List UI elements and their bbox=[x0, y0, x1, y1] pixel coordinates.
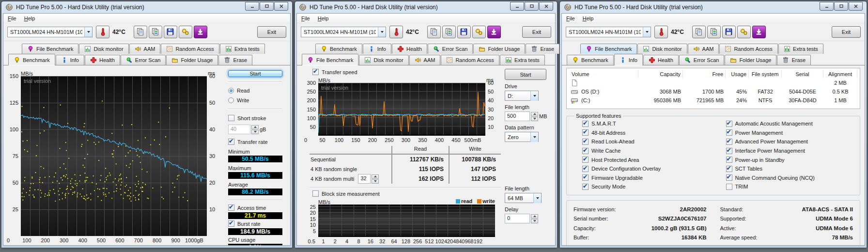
read-radio[interactable]: Read bbox=[228, 88, 282, 94]
tab[interactable]: Extra tests bbox=[220, 44, 265, 54]
menu-file[interactable]: File bbox=[301, 16, 310, 21]
titlebar[interactable]: HD Tune Pro 5.00 - Hard Disk Utility (tr… bbox=[561, 1, 865, 13]
spin-down[interactable] bbox=[251, 130, 259, 134]
feature-checkbox[interactable]: Device Configuration Overlay bbox=[572, 164, 712, 173]
copy-image-button[interactable] bbox=[149, 26, 162, 38]
short-stroke-stepper[interactable]: 40 gB bbox=[228, 125, 282, 134]
tab[interactable]: Info bbox=[614, 54, 643, 65]
feature-checkbox[interactable]: Security Mode bbox=[572, 182, 712, 191]
save-button[interactable] bbox=[722, 26, 736, 38]
tab[interactable]: Health bbox=[392, 44, 427, 54]
minimize-button[interactable] bbox=[510, 2, 524, 11]
spin-up[interactable] bbox=[531, 214, 538, 219]
start-button[interactable]: Start bbox=[228, 70, 282, 77]
spin-up[interactable] bbox=[531, 112, 538, 116]
column-header[interactable]: Serial bbox=[782, 70, 823, 78]
feature-checkbox[interactable]: Write Cache bbox=[572, 146, 712, 156]
spin-up[interactable] bbox=[251, 125, 259, 129]
copy-text-button[interactable] bbox=[692, 26, 706, 38]
tab[interactable]: Erase bbox=[526, 44, 559, 54]
block-size-checkbox[interactable]: Block size measurement bbox=[312, 190, 501, 197]
options-button[interactable] bbox=[472, 26, 486, 38]
update-button[interactable] bbox=[752, 26, 766, 38]
spin-down[interactable] bbox=[372, 179, 379, 184]
titlebar[interactable]: HD Tune Pro 5.00 - Hard Disk Utility (tr… bbox=[296, 1, 556, 13]
feature-checkbox[interactable]: TRIM bbox=[715, 182, 855, 191]
access-time-checkbox[interactable]: Access time bbox=[228, 205, 282, 211]
tab[interactable]: Error Scan bbox=[428, 44, 473, 54]
exit-button[interactable]: Exit bbox=[832, 26, 861, 38]
data-pattern-dropdown[interactable]: Zero bbox=[505, 132, 539, 142]
feature-checkbox[interactable]: SCT Tables bbox=[715, 164, 855, 173]
short-stroke-checkbox[interactable]: Short stroke bbox=[228, 115, 282, 121]
tab[interactable]: Extra tests bbox=[778, 44, 823, 54]
write-radio[interactable]: Write bbox=[228, 97, 282, 103]
copy-text-button[interactable] bbox=[427, 26, 441, 38]
menu-file[interactable]: File bbox=[566, 16, 575, 21]
save-button[interactable] bbox=[164, 26, 177, 38]
tab[interactable]: Error Scan bbox=[679, 55, 725, 65]
tab[interactable]: File Benchmark bbox=[302, 54, 358, 65]
tab[interactable]: AAM bbox=[688, 44, 719, 54]
tab[interactable]: Health bbox=[85, 55, 120, 65]
menu-help[interactable]: Help bbox=[24, 16, 35, 21]
tab[interactable]: Benchmark bbox=[567, 55, 614, 65]
feature-checkbox[interactable]: Advanced Power Management bbox=[715, 137, 855, 146]
tab[interactable]: File Benchmark bbox=[580, 44, 637, 54]
titlebar[interactable]: HD Tune Pro 5.00 - Hard Disk Utility (tr… bbox=[3, 1, 291, 13]
column-header[interactable]: Alignment bbox=[823, 70, 857, 78]
menu-help[interactable]: Help bbox=[583, 16, 594, 21]
temperature-button[interactable] bbox=[96, 26, 109, 38]
save-button[interactable] bbox=[457, 26, 471, 38]
drive-dropdown[interactable]: D: bbox=[505, 91, 539, 101]
tab[interactable]: Folder Usage bbox=[473, 44, 525, 54]
feature-checkbox[interactable]: Firmware Upgradable bbox=[572, 173, 712, 183]
tab[interactable]: Disk monitor bbox=[79, 44, 128, 54]
tab[interactable]: Folder Usage bbox=[166, 55, 218, 65]
exit-button[interactable]: Exit bbox=[522, 26, 551, 38]
column-header[interactable]: File system bbox=[749, 70, 782, 78]
dropdown-arrow-icon[interactable] bbox=[643, 27, 651, 37]
minimize-button[interactable] bbox=[820, 2, 834, 11]
tab[interactable]: Erase bbox=[777, 55, 811, 65]
feature-checkbox[interactable]: Interface Power Management bbox=[715, 146, 855, 156]
maximize-button[interactable] bbox=[834, 2, 848, 11]
feature-checkbox[interactable]: Host Protected Area bbox=[572, 155, 712, 164]
copy-text-button[interactable] bbox=[134, 26, 147, 38]
drive-select[interactable]: ST1000LM024 HN-M101M (1000 gB) bbox=[301, 27, 386, 37]
tab[interactable]: AAM bbox=[129, 44, 161, 54]
maximize-button[interactable] bbox=[525, 2, 539, 11]
volume-row[interactable]: 2 MB bbox=[570, 79, 857, 87]
volume-row[interactable]: (C:) 950386 MB 721965 MB 24% NTFS 30FA-D… bbox=[570, 96, 857, 105]
tab[interactable]: AAM bbox=[409, 55, 441, 65]
tab[interactable]: Disk monitor bbox=[359, 55, 408, 65]
close-button[interactable] bbox=[539, 2, 553, 11]
drive-select[interactable]: ST1000LM024 HN-M101M (1000 gB) bbox=[566, 27, 651, 37]
feature-checkbox[interactable]: Automatic Acoustic Management bbox=[715, 119, 855, 128]
spin-down[interactable] bbox=[531, 117, 538, 121]
tab[interactable]: Benchmark bbox=[315, 44, 362, 54]
column-header[interactable]: Free bbox=[683, 70, 726, 78]
tab[interactable]: Info bbox=[363, 44, 391, 54]
tab[interactable]: Random Access bbox=[161, 44, 219, 54]
menu-help[interactable]: Help bbox=[318, 16, 329, 21]
feature-checkbox[interactable]: Read Look-Ahead bbox=[572, 137, 712, 146]
feature-checkbox[interactable]: 48-bit Address bbox=[572, 128, 712, 138]
transfer-speed-checkbox[interactable]: Transfer speed bbox=[312, 69, 501, 75]
tab[interactable]: Erase bbox=[218, 55, 252, 65]
tab[interactable]: Random Access bbox=[719, 44, 777, 54]
temperature-button[interactable] bbox=[654, 26, 668, 38]
tab[interactable]: Random Access bbox=[441, 55, 499, 65]
update-button[interactable] bbox=[194, 26, 207, 38]
update-button[interactable] bbox=[487, 26, 501, 38]
close-button[interactable] bbox=[849, 2, 863, 11]
options-button[interactable] bbox=[737, 26, 751, 38]
tab[interactable]: Disk monitor bbox=[637, 44, 687, 54]
dropdown-arrow-icon[interactable] bbox=[378, 27, 386, 37]
column-header[interactable]: Usage bbox=[726, 70, 749, 78]
options-button[interactable] bbox=[179, 26, 192, 38]
exit-button[interactable]: Exit bbox=[257, 26, 286, 38]
column-header[interactable]: Capacity bbox=[638, 70, 683, 78]
copy-image-button[interactable] bbox=[442, 26, 456, 38]
tab[interactable]: Extra tests bbox=[500, 55, 545, 65]
